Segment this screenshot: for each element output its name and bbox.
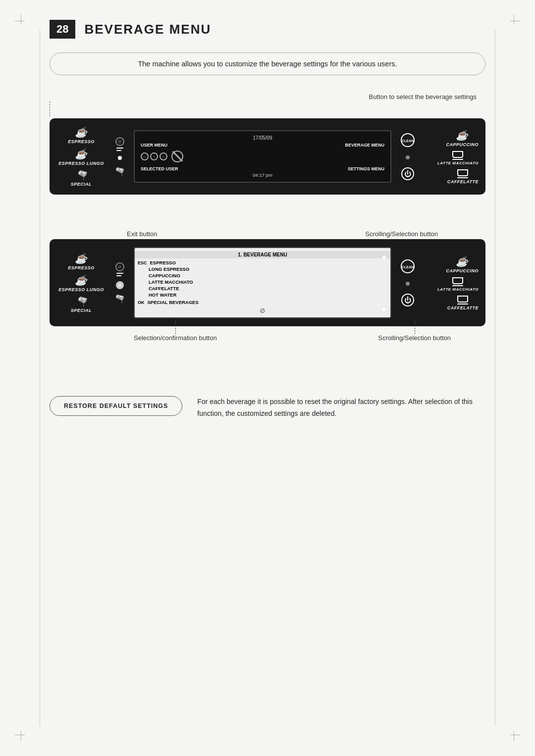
intro-box: The machine allows you to customize the …: [50, 52, 485, 75]
scroll-down-arrow[interactable]: ▼: [380, 305, 387, 313]
latte-macchiato2-label: LATTE MACCHIATO: [437, 287, 479, 292]
cappuccino-cup-icon: ☕: [456, 129, 469, 141]
machine2-left-controls: ⊘ 🫗: [110, 262, 130, 303]
bev2-caffelatte[interactable]: CAFFELATTE: [447, 296, 479, 310]
bev-espresso-lungo[interactable]: ☕ ESPRESSO LUNGO: [56, 148, 106, 166]
restore-section: RESTORE DEFAULT SETTINGS For each bevera…: [50, 396, 485, 420]
clean-icon: CLEAN: [400, 133, 415, 148]
corner-mark-tl-h: [15, 21, 25, 21]
menu-item-caffelatte[interactable]: CAFFELATTE: [135, 285, 390, 292]
page-header: 28 BEVERAGE MENU: [50, 20, 485, 39]
caffelatte2-label: CAFFELATTE: [447, 305, 479, 310]
dash-control-icon: [116, 148, 123, 151]
latte-macchiato2-icon: [452, 277, 463, 286]
machine2-left-beverages: ☕ ESPRESSO ☕ ESPRESSO LUNGO 🫗 SPECIAL: [56, 252, 106, 313]
special-label: SPECIAL: [71, 182, 92, 187]
svg-text:CLEAN: CLEAN: [402, 265, 414, 269]
scroll-up-arrow[interactable]: ▲: [380, 252, 387, 260]
display-date: 17/05/09: [141, 135, 384, 141]
power-button[interactable]: ⏻: [401, 167, 414, 180]
menu-esc-row: ESC ESPRESSO: [135, 259, 390, 266]
tri-circle-3: ○: [160, 152, 167, 160]
intro-text: The machine allows you to customize the …: [138, 60, 397, 68]
espresso-lungo2-label: ESPRESSO LUNGO: [58, 287, 104, 292]
latte-macchiato-icon: [452, 151, 463, 160]
menu-item-hot-water[interactable]: HOT WATER: [135, 292, 390, 298]
bev2-cappuccino[interactable]: ☕ CAPPUCCINO: [446, 255, 479, 273]
machine-center-display-1: 17/05/09 USER MENU BEVERAGE MENU ○ ○ ○ S…: [134, 130, 391, 183]
selected-user-label[interactable]: SELECTED USER: [141, 166, 178, 171]
circle-control-2-icon: ⊘: [115, 262, 124, 271]
beverage-menu-label[interactable]: BEVERAGE MENU: [345, 143, 384, 148]
special-cup-icon: 🫗: [76, 170, 87, 181]
margin-line-right: [495, 30, 495, 726]
bev2-espresso-lungo[interactable]: ☕ ESPRESSO LUNGO: [56, 274, 106, 292]
svg-text:CLEAN: CLEAN: [402, 139, 414, 143]
restore-default-button[interactable]: RESTORE DEFAULT SETTINGS: [50, 396, 182, 416]
user-menu-label[interactable]: USER MENU: [141, 143, 167, 148]
menu-item-latte-macchiato[interactable]: LATTE MACCHIATO: [135, 279, 390, 285]
dot-control-left-top[interactable]: [118, 156, 122, 160]
bottom-annotations: Selection/confirmation button Scrolling/…: [50, 334, 485, 342]
cappuccino2-cup-icon: ☕: [456, 255, 469, 267]
margin-line-left: [40, 30, 40, 726]
triple-circles-icon: ○ ○ ○: [141, 152, 167, 160]
dot-control-right-2[interactable]: [406, 282, 410, 286]
selection-confirmation-dot[interactable]: [116, 281, 124, 289]
caffelatte2-icon: [457, 296, 468, 304]
circle-control-icon: ⊘: [115, 137, 124, 146]
bev2-espresso[interactable]: ☕ ESPRESSO: [56, 252, 106, 270]
tri-circle-1: ○: [141, 152, 149, 160]
clean-button-2[interactable]: CLEAN: [400, 259, 415, 274]
menu-item-espresso[interactable]: ESPRESSO: [150, 260, 176, 265]
machine-left-beverages: ☕ ESPRESSO ☕ ESPRESSO LUNGO 🫗 SPECIAL: [56, 126, 106, 187]
scrolling-selection-bottom-label: Scrolling/Selection button: [378, 334, 451, 342]
no-symbol-icon: [171, 151, 183, 162]
corner-mark-bl-v: [21, 731, 21, 741]
top-annotation-dashed-line: [50, 101, 393, 116]
clean-button[interactable]: CLEAN: [400, 133, 415, 148]
display-menu-row: USER MENU BEVERAGE MENU: [141, 143, 384, 148]
latte-macchiato-label: LATTE MACCHIATO: [437, 161, 479, 165]
ok-label[interactable]: OK: [138, 300, 145, 305]
bev-espresso[interactable]: ☕ ESPRESSO: [56, 126, 106, 144]
menu-item-long-espresso[interactable]: LONG ESPRESSO: [135, 266, 390, 272]
top-annotation-label: Button to select the beverage settings: [369, 93, 477, 101]
machine-right-controls-1: CLEAN ⏻: [395, 133, 420, 180]
dash-control-2-icon: [116, 273, 123, 276]
page-number: 28: [50, 20, 75, 39]
exit-button-label: Exit button: [127, 230, 157, 238]
menu-item-special-beverages[interactable]: SPECIAL BEVERAGES: [148, 300, 199, 305]
espresso-lungo-label: ESPRESSO LUNGO: [58, 161, 104, 166]
bev-caffelatte[interactable]: CAFFELATTE: [447, 169, 479, 184]
cappuccino2-label: CAPPUCCINO: [446, 268, 479, 273]
power-icon: ⏻: [404, 170, 411, 178]
bev-special[interactable]: 🫗 SPECIAL: [56, 170, 106, 187]
espresso-label: ESPRESSO: [68, 139, 95, 144]
scrolling-selection-top-label: Scrolling/Selection button: [365, 230, 438, 238]
bev2-special[interactable]: 🫗 SPECIAL: [56, 296, 106, 313]
menu-no-symbol-icon: ⊘: [135, 306, 390, 314]
settings-menu-label[interactable]: SETTINGS MENU: [348, 166, 384, 171]
power-button-2[interactable]: ⏻: [401, 294, 414, 306]
special2-label: SPECIAL: [71, 308, 92, 313]
menu-item-cappuccino[interactable]: CAPPUCCINO: [135, 272, 390, 279]
machine2-center-display-wrap: 1. BEVERAGE MENU ESC ESPRESSO LONG ESPRE…: [134, 247, 391, 318]
selection-confirmation-annot: Selection/confirmation button: [134, 334, 217, 342]
machine-panel-1: ☕ ESPRESSO ☕ ESPRESSO LUNGO 🫗 SPECIAL ⊘: [50, 118, 485, 195]
cappuccino-label: CAPPUCCINO: [446, 142, 479, 147]
espresso-lungo-cup-icon: ☕: [75, 148, 88, 160]
bev-latte-macchiato[interactable]: LATTE MACCHIATO: [437, 151, 479, 165]
scrolling-selection-bottom-annot: Scrolling/Selection button: [378, 334, 451, 342]
power-icon-2: ⏻: [404, 296, 411, 304]
display-bottom-row: SELECTED USER SETTINGS MENU: [141, 166, 384, 171]
corner-mark-bl-h: [15, 735, 25, 735]
espresso2-cup-icon: ☕: [75, 252, 88, 264]
dot-control-right[interactable]: [406, 155, 410, 159]
display-icons-row: ○ ○ ○: [141, 148, 384, 165]
esc-label[interactable]: ESC: [138, 260, 147, 265]
bev2-latte-macchiato[interactable]: LATTE MACCHIATO: [437, 277, 479, 292]
bev-cappuccino[interactable]: ☕ CAPPUCCINO: [446, 129, 479, 147]
machine-right-beverages: ☕ CAPPUCCINO LATTE MACCHIATO CAFFELATTE: [424, 129, 479, 184]
espresso-lungo2-cup-icon: ☕: [75, 274, 88, 286]
